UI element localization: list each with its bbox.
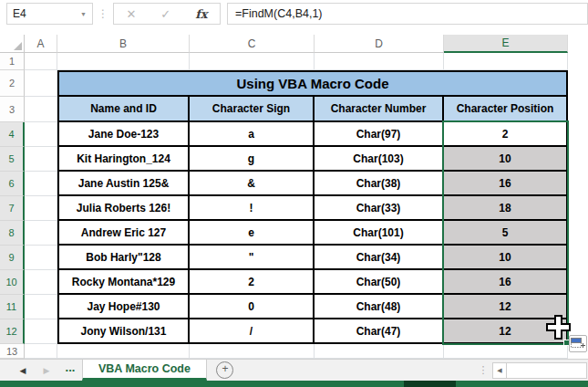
cell-A13[interactable] bbox=[25, 344, 57, 359]
cell-E1[interactable] bbox=[444, 53, 568, 70]
column-header-C[interactable]: C bbox=[190, 35, 315, 53]
cell-D5[interactable]: Char(103) bbox=[315, 147, 444, 172]
cell-E13[interactable] bbox=[444, 344, 568, 359]
scroll-left-icon[interactable]: ◀ bbox=[492, 362, 507, 379]
cell-E9[interactable]: 10 bbox=[444, 246, 568, 270]
cell-E7[interactable]: 18 bbox=[444, 196, 568, 221]
cell-A6[interactable] bbox=[25, 172, 57, 196]
cell-A5[interactable] bbox=[25, 147, 57, 172]
cell-C11[interactable]: 0 bbox=[190, 295, 315, 319]
row-header-2[interactable]: 2 bbox=[0, 70, 25, 97]
row-header-3[interactable]: 3 bbox=[0, 97, 25, 122]
cell-E8[interactable]: 5 bbox=[444, 221, 568, 246]
cell-D13[interactable] bbox=[315, 344, 444, 359]
horizontal-scrollbar[interactable]: ◀ bbox=[492, 360, 587, 381]
column-header-D[interactable]: D bbox=[315, 35, 444, 53]
row-header-5[interactable]: 5 bbox=[0, 147, 25, 172]
cell-B10[interactable]: Rocky Montana*129 bbox=[57, 270, 190, 295]
cell-C5[interactable]: g bbox=[190, 147, 315, 172]
chevron-down-icon[interactable]: ▼ bbox=[80, 11, 87, 17]
cell-D10[interactable]: Char(50) bbox=[315, 270, 444, 295]
quick-analysis-button[interactable] bbox=[569, 335, 587, 352]
cell-A1[interactable] bbox=[25, 53, 57, 70]
cell-B4[interactable]: Jane Doe-123 bbox=[57, 122, 190, 147]
cell-C10[interactable]: 2 bbox=[190, 270, 315, 295]
cell-B8[interactable]: Andrew Eric 127 bbox=[57, 221, 190, 246]
formula-button-group: ✕ ✓ fx bbox=[113, 3, 221, 25]
cell-D7[interactable]: Char(33) bbox=[315, 196, 444, 221]
row-header-10[interactable]: 10 bbox=[0, 270, 25, 295]
status-bar bbox=[0, 381, 588, 387]
cell-B12[interactable]: Jony Wilson/131 bbox=[57, 319, 190, 344]
table-title-cell[interactable]: Using VBA Macro Code bbox=[57, 70, 568, 97]
cell-A12[interactable] bbox=[25, 319, 57, 344]
status-bar-segment bbox=[404, 381, 456, 387]
tab-scroll-right-icon[interactable]: ▶ bbox=[35, 360, 58, 381]
table-header-C3[interactable]: Character Sign bbox=[190, 97, 315, 122]
table-header-D3[interactable]: Character Number bbox=[315, 97, 444, 122]
cell-D11[interactable]: Char(48) bbox=[315, 295, 444, 319]
cell-B11[interactable]: Jay Hope#130 bbox=[57, 295, 190, 319]
cell-A7[interactable] bbox=[25, 196, 57, 221]
cell-E10[interactable]: 16 bbox=[444, 270, 568, 295]
formula-input[interactable]: =FindM(C4,B4,1) bbox=[227, 3, 588, 25]
cell-C12[interactable]: / bbox=[190, 319, 315, 344]
cancel-icon[interactable]: ✕ bbox=[126, 7, 136, 21]
row-header-8[interactable]: 8 bbox=[0, 221, 25, 246]
table-header-B3[interactable]: Name and ID bbox=[57, 97, 190, 122]
cell-B7[interactable]: Julia Roberts 126! bbox=[57, 196, 190, 221]
cell-D6[interactable]: Char(38) bbox=[315, 172, 444, 196]
cell-C9[interactable]: " bbox=[190, 246, 315, 270]
column-header-E[interactable]: E bbox=[444, 35, 568, 53]
cell-B6[interactable]: Jane Austin 125& bbox=[57, 172, 190, 196]
column-header-B[interactable]: B bbox=[57, 35, 190, 53]
cell-A10[interactable] bbox=[25, 270, 57, 295]
enter-check-icon[interactable]: ✓ bbox=[160, 7, 170, 21]
name-box[interactable]: E4 ▼ bbox=[6, 3, 93, 25]
cell-B9[interactable]: Bob Harly"128 bbox=[57, 246, 190, 270]
cell-A4[interactable] bbox=[25, 122, 57, 147]
more-sheets-button[interactable]: ... bbox=[58, 360, 82, 381]
tab-vba-macro-code[interactable]: VBA Macro Code bbox=[82, 360, 207, 381]
cell-C4[interactable]: a bbox=[190, 122, 315, 147]
table-header-E3[interactable]: Character Position bbox=[444, 97, 568, 122]
new-sheet-button[interactable]: + bbox=[207, 360, 243, 381]
scrollbar-thumb[interactable] bbox=[507, 362, 587, 379]
cell-D12[interactable]: Char(47) bbox=[315, 319, 444, 344]
row-header-12[interactable]: 12 bbox=[0, 319, 25, 344]
cell-A3[interactable] bbox=[25, 97, 57, 122]
cell-E5[interactable]: 10 bbox=[444, 147, 568, 172]
cell-D1[interactable] bbox=[315, 53, 444, 70]
cell-E12[interactable]: 12 bbox=[444, 319, 568, 344]
cell-D9[interactable]: Char(34) bbox=[315, 246, 444, 270]
cell-D4[interactable]: Char(97) bbox=[315, 122, 444, 147]
select-all-corner[interactable] bbox=[0, 35, 25, 53]
cell-C13[interactable] bbox=[190, 344, 315, 359]
cell-E11[interactable]: 12 bbox=[444, 295, 568, 319]
cell-D8[interactable]: Char(101) bbox=[315, 221, 444, 246]
row-header-7[interactable]: 7 bbox=[0, 196, 25, 221]
tabbar-resize-dots-icon[interactable]: ⋮ bbox=[474, 360, 492, 381]
insert-function-icon[interactable]: fx bbox=[195, 7, 207, 21]
cell-A9[interactable] bbox=[25, 246, 57, 270]
cell-E4[interactable]: 2 bbox=[444, 122, 568, 147]
cell-A8[interactable] bbox=[25, 221, 57, 246]
row-header-6[interactable]: 6 bbox=[0, 172, 25, 196]
cell-A11[interactable] bbox=[25, 295, 57, 319]
cell-C1[interactable] bbox=[190, 53, 315, 70]
cell-C8[interactable]: e bbox=[190, 221, 315, 246]
row-header-1[interactable]: 1 bbox=[0, 53, 25, 70]
row-header-13[interactable]: 13 bbox=[0, 344, 25, 359]
cell-B1[interactable] bbox=[57, 53, 190, 70]
cell-C6[interactable]: & bbox=[190, 172, 315, 196]
row-header-11[interactable]: 11 bbox=[0, 295, 25, 319]
column-header-A[interactable]: A bbox=[25, 35, 57, 53]
cell-B5[interactable]: Kit Harington_124 bbox=[57, 147, 190, 172]
row-header-4[interactable]: 4 bbox=[0, 122, 25, 147]
row-header-9[interactable]: 9 bbox=[0, 246, 25, 270]
cell-C7[interactable]: ! bbox=[190, 196, 315, 221]
cell-A2[interactable] bbox=[25, 70, 57, 97]
cell-E6[interactable]: 16 bbox=[444, 172, 568, 196]
cell-B13[interactable] bbox=[57, 344, 190, 359]
tab-scroll-left-icon[interactable]: ◀ bbox=[11, 360, 35, 381]
